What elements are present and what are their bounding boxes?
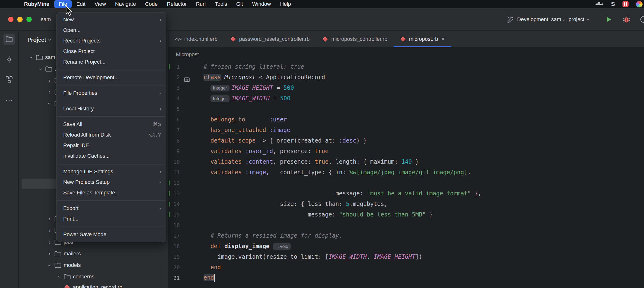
- code-line-6[interactable]: 6 belongs_to :user: [168, 114, 644, 125]
- tree-item-concerns[interactable]: ›concerns: [19, 271, 168, 283]
- file-menu-item-print[interactable]: Print...: [56, 214, 166, 224]
- menu-item-label: Local History: [63, 106, 94, 112]
- menubar-item-view[interactable]: View: [90, 0, 110, 8]
- chevron-collapsed-icon[interactable]: ›: [46, 88, 54, 96]
- code-line-16[interactable]: 16: [168, 220, 644, 230]
- close-tab-icon[interactable]: ×: [442, 36, 445, 42]
- code-line-9[interactable]: 9 validates :user_id, presence: true: [168, 146, 644, 156]
- breadcrumb[interactable]: Micropost: [168, 47, 644, 61]
- chevron-collapsed-icon[interactable]: ›: [46, 250, 54, 258]
- close-window-button[interactable]: [8, 17, 14, 22]
- file-menu-item-local-history[interactable]: Local History›: [56, 103, 166, 114]
- project-folder-icon[interactable]: [3, 34, 15, 45]
- more-actions-icon[interactable]: [640, 15, 644, 23]
- file-menu-item-rename-project[interactable]: Rename Project...: [56, 57, 166, 67]
- file-menu-item-new-projects-setup[interactable]: New Projects Setup›: [56, 177, 166, 187]
- chevron-collapsed-icon[interactable]: ›: [55, 273, 63, 281]
- editor-tab-micropost-rb[interactable]: micropost.rb×: [394, 31, 451, 47]
- minimize-window-button[interactable]: [17, 17, 22, 22]
- menubar-item-refactor[interactable]: Refactor: [162, 0, 191, 8]
- menubar-item-edit[interactable]: Edit: [72, 0, 90, 8]
- code-line-5[interactable]: 5: [168, 104, 644, 114]
- code-line-7[interactable]: 7 has_one_attached :image: [168, 125, 644, 135]
- chevron-collapsed-icon[interactable]: ›: [46, 215, 54, 223]
- code-line-19[interactable]: 19 image.variant(resize_to_limit: [IMAGE…: [168, 252, 644, 262]
- file-menu-item-file-properties[interactable]: File Properties›: [56, 88, 166, 98]
- run-button[interactable]: [605, 16, 612, 23]
- editor-tab-password-resets-controller-rb[interactable]: password_resets_controller.rb: [224, 31, 316, 47]
- red-badge-icon[interactable]: [622, 1, 629, 7]
- chevron-collapsed-icon[interactable]: ›: [46, 239, 54, 246]
- menu-item-shortcut: ⌥⌘Y: [147, 132, 161, 138]
- file-menu-item-recent-projects[interactable]: Recent Projects›: [56, 35, 166, 46]
- chevron-expanded-icon[interactable]: ›: [28, 53, 35, 61]
- menubar-item-git[interactable]: Git: [232, 0, 248, 8]
- menubar-item-window[interactable]: Window: [248, 0, 276, 8]
- chevron-expanded-icon[interactable]: ›: [36, 65, 44, 73]
- file-menu-item-power-save-mode[interactable]: Power Save Mode: [56, 229, 166, 240]
- tree-item-mailers[interactable]: ›mailers: [19, 248, 168, 260]
- code-line-1[interactable]: 1# frozen_string_literal: true: [168, 61, 644, 72]
- macos-menubar: RubyMine FileEditViewNavigateCodeRefacto…: [0, 0, 644, 8]
- code-line-12[interactable]: 12: [168, 178, 644, 188]
- docker-whale-icon[interactable]: [595, 1, 604, 7]
- letter-s-icon[interactable]: S: [611, 1, 615, 7]
- file-menu-item-manage-ide-settings[interactable]: Manage IDE Settings›: [56, 166, 166, 177]
- run-config-selector[interactable]: Development: sam..._project ›: [517, 16, 589, 23]
- tree-item-models[interactable]: ›models: [19, 260, 168, 271]
- code-line-13[interactable]: 13 message: "must be a valid image forma…: [168, 188, 644, 199]
- code-line-14[interactable]: 14 size: { less_than: 5.megabytes,: [168, 199, 644, 209]
- vcs-change-marker[interactable]: [169, 212, 170, 217]
- code-line-10[interactable]: 10 validates :content, presence: true, l…: [168, 156, 644, 167]
- zoom-window-button[interactable]: [26, 17, 32, 22]
- vcs-change-marker[interactable]: [169, 181, 170, 186]
- menubar-item-tools[interactable]: Tools: [210, 0, 232, 8]
- submenu-arrow-icon: ›: [159, 37, 161, 44]
- code-line-21[interactable]: 21end: [168, 273, 644, 283]
- vcs-change-marker[interactable]: [169, 191, 170, 196]
- file-menu-item-invalidate-caches[interactable]: Invalidate Caches...: [56, 151, 166, 161]
- menubar-item-run[interactable]: Run: [191, 0, 210, 8]
- chevron-expanded-icon[interactable]: ›: [46, 99, 53, 107]
- build-tools-icon[interactable]: [506, 15, 514, 23]
- app-menu-rubymine[interactable]: RubyMine: [23, 1, 54, 7]
- chevron-expanded-icon[interactable]: ›: [46, 261, 53, 269]
- file-menu-item-repair-ide[interactable]: Repair IDE: [56, 140, 166, 151]
- code-line-2[interactable]: 2class Micropost < ApplicationRecord: [168, 72, 644, 83]
- vcs-change-marker[interactable]: [169, 202, 170, 207]
- commit-icon[interactable]: [3, 54, 15, 65]
- chevron-collapsed-icon[interactable]: ›: [46, 77, 54, 84]
- file-menu-item-export[interactable]: Export›: [56, 203, 166, 214]
- code-line-11[interactable]: 11 validates :image, content_type: { in:…: [168, 167, 644, 178]
- vcs-change-marker[interactable]: [169, 64, 170, 69]
- chevron-collapsed-icon[interactable]: ›: [46, 227, 54, 234]
- code-area[interactable]: 1# frozen_string_literal: true2class Mic…: [168, 61, 644, 283]
- code-line-17[interactable]: 17 # Returns a resized image for display…: [168, 230, 644, 241]
- code-line-8[interactable]: 8 default_scope -> { order(created_at: :…: [168, 135, 644, 146]
- code-line-18[interactable]: 18 def display_image →void: [168, 241, 644, 252]
- file-menu-item-remote-development[interactable]: Remote Development...: [56, 72, 166, 83]
- file-menu-item-close-project[interactable]: Close Project: [56, 46, 166, 57]
- menubar-item-help[interactable]: Help: [276, 0, 295, 8]
- breadcrumb-item[interactable]: Micropost: [176, 51, 199, 58]
- code-line-15[interactable]: 15 message: "should be less than 5MB" }: [168, 209, 644, 220]
- code-token: :image: [270, 127, 290, 133]
- file-menu-item-save-all[interactable]: Save All⌘S: [56, 119, 166, 130]
- editor-tab-index-html-erb[interactable]: <%>index.html.erb: [168, 31, 224, 47]
- menubar-item-code[interactable]: Code: [140, 0, 162, 8]
- code-line-20[interactable]: 20 end: [168, 262, 644, 273]
- menu-separator: [57, 101, 166, 101]
- color-wheel-icon[interactable]: [636, 1, 642, 7]
- model-gutter-icon[interactable]: [184, 77, 190, 84]
- code-line-4[interactable]: 4 IntegerIMAGE_WIDTH = 500: [168, 93, 644, 104]
- debug-button[interactable]: [622, 15, 630, 23]
- more-icon[interactable]: ⋯: [3, 94, 15, 106]
- code-line-3[interactable]: 3 IntegerIMAGE_HEIGHT = 500: [168, 83, 644, 93]
- tree-item-application-record-rb[interactable]: application_record.rb: [19, 282, 168, 288]
- file-menu-item-save-file-as-template[interactable]: Save File as Template...: [56, 187, 166, 198]
- file-menu-item-reload-all-from-disk[interactable]: Reload All from Disk⌥⌘Y: [56, 130, 166, 140]
- structure-icon[interactable]: [3, 74, 15, 85]
- editor-tab-microposts-controller-rb[interactable]: microposts_controller.rb: [316, 31, 394, 47]
- menubar-item-navigate[interactable]: Navigate: [110, 0, 140, 8]
- file-menu-item-open[interactable]: Open...: [56, 25, 166, 35]
